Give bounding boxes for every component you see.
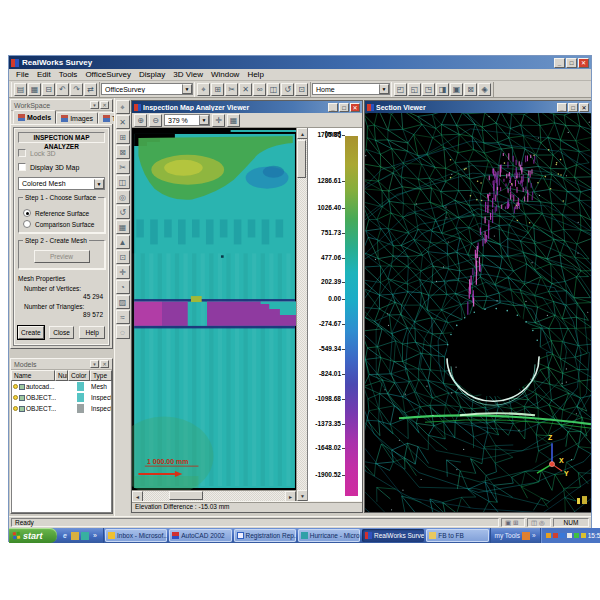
start-button[interactable]: start	[9, 528, 57, 543]
mesh-type-select[interactable]: Colored Mesh ▼	[18, 177, 105, 190]
layers-icon[interactable]: ◳	[422, 83, 435, 96]
tray-icon[interactable]	[581, 533, 586, 538]
grid-tool-icon[interactable]: ⊞	[116, 130, 130, 144]
hatch-tool-icon[interactable]: ▨	[116, 295, 130, 309]
pin-icon[interactable]: ▾	[90, 101, 99, 109]
fit-tool-icon[interactable]: ⊡	[116, 250, 130, 264]
column-type[interactable]: Type	[90, 370, 112, 381]
menu-item[interactable]: Edit	[33, 70, 55, 79]
taskbar-task-button[interactable]: Registration Rep...	[234, 529, 296, 542]
sample-tool-icon[interactable]: ◎	[116, 190, 130, 204]
minimize-button[interactable]: _	[554, 58, 565, 68]
mesh-tool-icon[interactable]: ▦	[116, 220, 130, 234]
nav-combo[interactable]: Home ▼	[312, 83, 390, 95]
marker-tool-icon[interactable]: ▲	[116, 235, 130, 249]
tile-icon[interactable]: ◱	[408, 83, 421, 96]
close-button[interactable]: ✕	[579, 103, 589, 112]
menu-item[interactable]: 3D View	[169, 70, 207, 79]
tab[interactable]: Models	[13, 110, 56, 124]
refresh-icon[interactable]: ⇄	[84, 83, 97, 96]
pin-icon[interactable]: ▾	[90, 360, 99, 368]
model-row[interactable]: autocad...Mesh	[12, 381, 111, 392]
close-button[interactable]: ✕	[350, 103, 360, 112]
move-tool-icon[interactable]: ✛	[116, 265, 130, 279]
msn-icon[interactable]	[81, 532, 89, 540]
create-button[interactable]: Create	[18, 326, 44, 339]
inspection-map-canvas[interactable]: 1 000.00 mm	[132, 128, 296, 490]
tab[interactable]: Images	[56, 112, 98, 124]
select-icon[interactable]: ⊞	[211, 83, 224, 96]
help-mode-icon[interactable]: ◈	[478, 83, 491, 96]
chevron-down-icon[interactable]: ▼	[199, 115, 209, 125]
dot-tool-icon[interactable]: ◌	[116, 325, 130, 339]
measure-tool-icon[interactable]: ◫	[116, 175, 130, 189]
bulb-icon[interactable]	[13, 395, 18, 400]
menu-item[interactable]: Display	[135, 70, 169, 79]
bulb-icon[interactable]	[13, 384, 18, 389]
bulb-icon[interactable]	[13, 406, 18, 411]
model-row[interactable]: OBJECT...Inspectio	[12, 392, 111, 403]
close-button[interactable]: Close	[49, 326, 75, 339]
taskbar-task-button[interactable]: RealWorks Survey	[362, 529, 424, 542]
column-color[interactable]: Color	[68, 370, 90, 381]
model-row[interactable]: OBJECT...Inspectio	[12, 403, 111, 414]
grid-icon[interactable]: ▦	[227, 114, 240, 127]
section-3d-canvas[interactable]: ZXY	[365, 113, 591, 512]
print-icon[interactable]: ⊟	[42, 83, 55, 96]
save-icon[interactable]: ▦	[28, 83, 41, 96]
chevron-down-icon[interactable]: ▼	[379, 84, 389, 94]
minimize-button[interactable]: _	[557, 103, 567, 112]
taskbar-task-button[interactable]: AutoCAD 2002	[169, 529, 231, 542]
wave-tool-icon[interactable]: ≈	[116, 310, 130, 324]
target-icon[interactable]: ⌖	[197, 83, 210, 96]
close-icon[interactable]: ✕	[100, 101, 109, 109]
help-button[interactable]: Help	[79, 326, 105, 339]
menu-item[interactable]: OfficeSurvey	[81, 70, 135, 79]
taskbar-task-button[interactable]: Inbox - Microsof...	[105, 529, 167, 542]
pan-icon[interactable]: ✛	[212, 114, 225, 127]
comparison-surface-radio[interactable]	[23, 220, 31, 228]
maximize-button[interactable]: □	[566, 58, 577, 68]
reference-surface-radio[interactable]	[23, 209, 31, 217]
close-icon[interactable]: ✕	[100, 360, 109, 368]
horizontal-scrollbar[interactable]: ◄ ►	[132, 490, 296, 501]
open-icon[interactable]: ▤	[14, 83, 27, 96]
desktop-icon[interactable]	[71, 532, 79, 540]
ie-icon[interactable]: e	[61, 532, 69, 540]
close-button[interactable]: ✕	[578, 58, 589, 68]
pointer-tool-icon[interactable]: ⌖	[116, 100, 130, 114]
close-all-icon[interactable]: ⊠	[464, 83, 477, 96]
measure-icon[interactable]: ◫	[267, 83, 280, 96]
undo-icon[interactable]: ↶	[56, 83, 69, 96]
menu-item[interactable]: Window	[207, 70, 243, 79]
more-icons-chevron[interactable]: »	[532, 532, 536, 539]
clock-tool-icon[interactable]: ◔	[116, 280, 130, 294]
cut-tool-icon[interactable]: ✂	[116, 160, 130, 174]
tray-icon[interactable]	[567, 533, 572, 538]
chevron-down-icon[interactable]: ▼	[94, 179, 104, 189]
menu-item[interactable]: Help	[243, 70, 267, 79]
maximize-button[interactable]: □	[568, 103, 578, 112]
scrollbar-thumb[interactable]	[169, 491, 203, 500]
more-icons-chevron[interactable]: »	[91, 532, 99, 540]
redo-icon[interactable]: ↷	[70, 83, 83, 96]
maximize-button[interactable]: □	[339, 103, 349, 112]
taskbar-task-button[interactable]: Hurricane - Micro...	[298, 529, 360, 542]
zoom-out-icon[interactable]: ⊖	[149, 114, 162, 127]
clear-icon[interactable]: ✕	[239, 83, 252, 96]
views-icon[interactable]: ▣	[450, 83, 463, 96]
column-num[interactable]: Num...	[55, 370, 68, 381]
tray-icon[interactable]	[553, 533, 558, 538]
split-icon[interactable]: ◨	[436, 83, 449, 96]
mode-combo[interactable]: OfficeSurvey ▼	[101, 83, 193, 95]
chevron-down-icon[interactable]: ▼	[182, 84, 192, 94]
cascade-icon[interactable]: ◰	[394, 83, 407, 96]
link-icon[interactable]: ∞	[253, 83, 266, 96]
rotate-tool-icon[interactable]: ↺	[116, 205, 130, 219]
zoom-level-combo[interactable]: 379 % ▼	[164, 114, 210, 126]
column-name[interactable]: Name	[11, 370, 55, 381]
delete-tool-icon[interactable]: ✕	[116, 115, 130, 129]
cut-plane-icon[interactable]: ✂	[225, 83, 238, 96]
menu-item[interactable]: Tools	[55, 70, 82, 79]
zoom-fit-icon[interactable]: ⊡	[295, 83, 308, 96]
